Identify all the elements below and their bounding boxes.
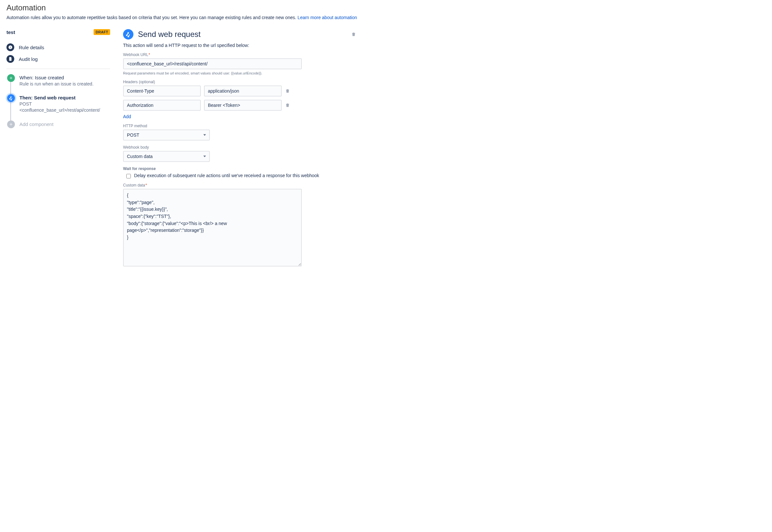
custom-data-label: Custom data* bbox=[123, 183, 356, 187]
webhook-body-label: Webhook body bbox=[123, 145, 356, 150]
learn-more-link[interactable]: Learn more about automation bbox=[298, 15, 357, 20]
webhook-icon bbox=[123, 29, 133, 40]
page-title: Automation bbox=[6, 3, 766, 12]
action-subtitle: POST <confluence_base_url>/rest/api/cont… bbox=[19, 101, 110, 113]
divider bbox=[6, 69, 110, 69]
wait-for-response-label: Wait for response bbox=[123, 166, 356, 171]
webhook-body-select[interactable]: Custom data bbox=[123, 151, 210, 162]
page-description: Automation rules allow you to automate r… bbox=[6, 15, 766, 20]
webhook-icon bbox=[7, 94, 15, 102]
nav-audit-log-label: Audit log bbox=[19, 56, 38, 62]
document-icon bbox=[6, 55, 14, 63]
panel-description: This action will send a HTTP request to … bbox=[123, 43, 356, 48]
header-row bbox=[123, 100, 356, 111]
trigger-title: When: Issue created bbox=[19, 75, 94, 80]
action-item[interactable]: Then: Send web request POST <confluence_… bbox=[7, 94, 110, 113]
page-description-text: Automation rules allow you to automate r… bbox=[6, 15, 296, 20]
delete-header-button[interactable] bbox=[285, 103, 290, 108]
nav-rule-details[interactable]: Rule details bbox=[6, 41, 110, 53]
action-title: Then: Send web request bbox=[19, 95, 110, 100]
header-value-input[interactable] bbox=[204, 100, 282, 111]
headers-label: Headers (optional) bbox=[123, 80, 356, 84]
plus-icon bbox=[7, 74, 15, 82]
nav-rule-details-label: Rule details bbox=[19, 45, 44, 50]
wait-for-response-checkbox-label[interactable]: Delay execution of subsequent rule actio… bbox=[134, 173, 319, 178]
info-icon bbox=[6, 43, 14, 51]
header-value-input[interactable] bbox=[204, 85, 282, 96]
http-method-label: HTTP method bbox=[123, 124, 356, 128]
header-row bbox=[123, 85, 356, 96]
nav-audit-log[interactable]: Audit log bbox=[6, 53, 110, 65]
rule-name: test bbox=[6, 29, 15, 35]
trigger-subtitle: Rule is run when an issue is created. bbox=[19, 81, 94, 87]
header-key-input[interactable] bbox=[123, 100, 201, 111]
add-component-button[interactable]: Add component bbox=[7, 120, 110, 128]
plus-icon bbox=[7, 120, 15, 128]
wait-for-response-checkbox[interactable] bbox=[126, 174, 131, 178]
panel-title: Send web request bbox=[138, 30, 346, 39]
delete-header-button[interactable] bbox=[285, 88, 290, 94]
webhook-url-help: Request parameters must be url encoded, … bbox=[123, 71, 356, 75]
trigger-item[interactable]: When: Issue created Rule is run when an … bbox=[7, 74, 110, 87]
header-key-input[interactable] bbox=[123, 85, 201, 96]
delete-action-button[interactable] bbox=[351, 32, 356, 37]
http-method-select[interactable]: POST bbox=[123, 130, 210, 141]
custom-data-textarea[interactable] bbox=[123, 189, 302, 266]
webhook-url-input[interactable] bbox=[123, 58, 302, 69]
add-header-link[interactable]: Add bbox=[123, 114, 131, 119]
draft-badge: DRAFT bbox=[94, 29, 110, 35]
add-component-label: Add component bbox=[19, 121, 53, 127]
webhook-url-label: Webhook URL* bbox=[123, 52, 356, 57]
